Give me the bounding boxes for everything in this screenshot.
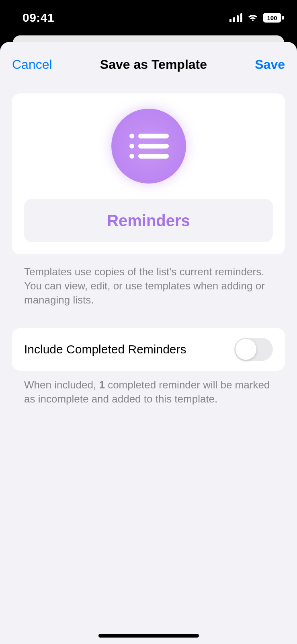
cellular-icon [229,13,243,22]
sheet-content: Templates use copies of the list's curre… [0,93,297,406]
status-icons: 100 [229,12,284,23]
template-name-input[interactable] [24,199,273,242]
sheet-header: Cancel Save as Template Save [0,52,297,77]
include-completed-label: Include Completed Reminders [24,343,186,356]
svg-point-7 [129,134,134,138]
svg-rect-8 [138,134,169,138]
include-completed-toggle[interactable] [234,338,273,361]
battery-icon: 100 [262,12,284,23]
status-time: 09:41 [13,11,54,25]
svg-rect-0 [229,19,231,22]
cancel-button[interactable]: Cancel [12,57,52,72]
svg-rect-3 [240,13,242,22]
template-icon-circle[interactable] [111,109,186,184]
home-indicator[interactable] [98,634,199,638]
svg-point-9 [129,144,134,149]
svg-rect-1 [233,17,235,22]
list-icon [129,132,169,160]
wifi-icon [246,13,259,22]
modal-sheet: Cancel Save as Template Save Templates u… [0,42,297,644]
toggle-knob [236,339,256,360]
include-completed-footer: When included, 1 completed reminder will… [12,371,285,406]
sheet-title: Save as Template [100,57,207,72]
svg-rect-12 [138,154,169,159]
template-description: Templates use copies of the list's curre… [12,258,285,307]
save-button[interactable]: Save [255,57,285,72]
svg-rect-5 [282,16,284,20]
svg-text:100: 100 [267,14,277,21]
svg-rect-2 [237,15,239,22]
svg-point-11 [129,154,134,159]
svg-rect-10 [138,144,169,149]
status-bar: 09:41 100 [0,0,297,35]
include-completed-row: Include Completed Reminders [12,328,285,371]
template-preview-card [12,93,285,254]
